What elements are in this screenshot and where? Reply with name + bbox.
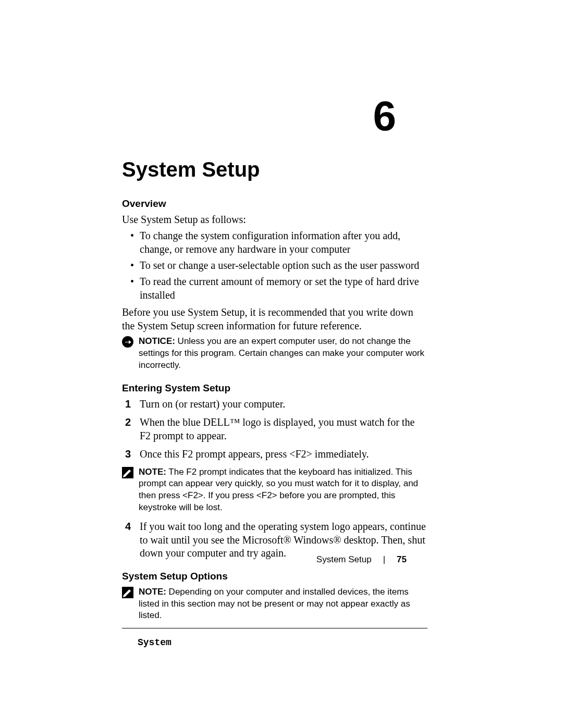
list-item: To read the current amount of memory or …: [122, 275, 427, 302]
overview-bullets: To change the system configuration infor…: [122, 229, 427, 302]
step-text: When the blue DELL™ logo is displayed, y…: [140, 416, 414, 441]
note-lead: NOTE:: [139, 587, 166, 597]
step-text: Turn on (or restart) your computer.: [140, 398, 285, 410]
options-table: System: [122, 628, 427, 649]
note-icon: [122, 587, 134, 601]
entering-steps: 1Turn on (or restart) your computer. 2Wh…: [122, 398, 427, 461]
notice-text: NOTICE: Unless you are an expert compute…: [139, 336, 427, 372]
note-icon: [122, 467, 134, 482]
list-item: 2When the blue DELL™ logo is displayed, …: [122, 416, 427, 442]
note-body: The F2 prompt indicates that the keyboar…: [139, 467, 418, 513]
notice-callout: NOTICE: Unless you are an expert compute…: [122, 336, 427, 372]
overview-intro: Use System Setup as follows:: [122, 213, 427, 226]
footer-label: System Setup: [316, 554, 372, 565]
note-callout: NOTE: The F2 prompt indicates that the k…: [122, 466, 427, 514]
list-item: 1Turn on (or restart) your computer.: [122, 398, 427, 411]
note-body: Depending on your computer and installed…: [139, 587, 410, 621]
document-page: 6 System Setup Overview Use System Setup…: [0, 0, 563, 728]
page-number: 75: [397, 554, 407, 565]
overview-after: Before you use System Setup, it is recom…: [122, 306, 427, 332]
chapter-number: 6: [373, 90, 397, 143]
note-callout-options: NOTE: Depending on your computer and ins…: [122, 586, 427, 622]
list-item: To change the system configuration infor…: [122, 229, 427, 256]
page-title: System Setup: [122, 156, 427, 183]
note-text: NOTE: The F2 prompt indicates that the k…: [139, 466, 427, 514]
page-footer: System Setup | 75: [316, 554, 407, 565]
note-text: NOTE: Depending on your computer and ins…: [139, 586, 427, 622]
step-text: If you wait too long and the operating s…: [140, 521, 426, 559]
section-heading-options: System Setup Options: [122, 570, 427, 583]
section-heading-entering: Entering System Setup: [122, 382, 427, 394]
list-item: 3Once this F2 prompt appears, press <F2>…: [122, 448, 427, 461]
notice-body: Unless you are an expert computer user, …: [139, 336, 424, 370]
list-item: To set or change a user-selectable optio…: [122, 259, 427, 272]
options-table-title: System: [122, 637, 427, 649]
notice-icon: [122, 336, 134, 351]
footer-separator: |: [383, 554, 385, 565]
section-heading-overview: Overview: [122, 198, 427, 210]
step-text: Once this F2 prompt appears, press <F2> …: [140, 448, 369, 460]
note-lead: NOTE:: [139, 467, 166, 477]
notice-lead: NOTICE:: [139, 336, 175, 346]
